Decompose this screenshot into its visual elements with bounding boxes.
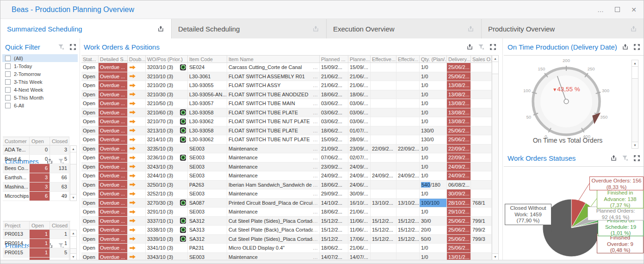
effective-end-cell[interactable]: 24/09/2... — [396, 171, 420, 180]
double-cell[interactable] — [128, 90, 146, 99]
status-cell[interactable]: Open — [81, 163, 99, 171]
delivery-date-cell[interactable]: 28/10/2... — [447, 199, 471, 207]
closed-cell[interactable]: 131 — [50, 164, 69, 173]
column-header[interactable]: Customer — [3, 137, 30, 145]
wo-pos-cell[interactable]: 3339/10 (3) — [146, 235, 188, 244]
qty-cell[interactable]: 100/100 — [420, 199, 447, 207]
qty-cell[interactable]: 130/0 — [420, 126, 447, 135]
qty-cell[interactable]: 1/0 — [420, 163, 447, 171]
delivery-date-cell[interactable]: 22/09/2... — [447, 153, 471, 162]
table-row[interactable]: PR001515 — [3, 248, 70, 258]
double-cell[interactable] — [128, 153, 146, 162]
wo-pos-cell[interactable]: 3210/30 (3) — [146, 90, 188, 99]
planned-end-cell[interactable]: 11/06/... — [348, 217, 371, 226]
status-cell[interactable]: Open — [81, 199, 99, 207]
item-code-cell[interactable]: SA087 — [188, 199, 227, 207]
planned-end-cell[interactable]: 03/06/... — [348, 108, 371, 117]
table-row[interactable]: Band & ...05 — [3, 155, 69, 164]
qty-cell[interactable]: 1/0 — [420, 108, 447, 117]
column-header[interactable]: Qty. (Plan/... — [420, 56, 447, 63]
effective-end-cell[interactable] — [396, 90, 420, 99]
planned-end-cell[interactable]: 28/09/... — [348, 135, 371, 144]
status-cell[interactable]: Open — [81, 108, 99, 117]
item-name-cell[interactable]: Maintenance… — [227, 153, 320, 162]
column-header[interactable]: Open — [30, 137, 50, 145]
scroll-up-button[interactable]: ▲ — [70, 146, 76, 152]
status-cell[interactable]: Open — [81, 217, 99, 226]
scroll-thumb[interactable] — [70, 237, 76, 249]
item-code-cell[interactable]: SE003 — [188, 171, 227, 180]
item-code-cell[interactable]: SA313 — [188, 226, 227, 234]
open-cell[interactable]: 3 — [30, 182, 50, 191]
table-row[interactable]: PR001411 — [3, 239, 70, 248]
planned-end-cell[interactable]: 21/06/... — [348, 81, 371, 90]
double-cell[interactable] — [128, 244, 146, 252]
detailed-status-cell[interactable]: Overdue ... — [99, 235, 128, 244]
effective-start-cell[interactable]: 15/12/2... — [371, 235, 396, 244]
delivery-date-cell[interactable]: 13/08/2... — [447, 108, 471, 117]
item-name-cell[interactable]: Maintenance… — [227, 189, 320, 198]
status-cell[interactable]: Open — [81, 99, 99, 108]
planned-end-cell[interactable]: 18/06/... — [348, 90, 371, 99]
planned-start-cell[interactable]: 18/06/2... — [320, 181, 348, 189]
status-cell[interactable]: Open — [81, 63, 99, 72]
status-cell[interactable]: Open — [81, 117, 99, 126]
planned-start-cell[interactable]: 29/09/2... — [320, 189, 348, 198]
item-code-cell[interactable]: L30-93057 — [188, 99, 227, 108]
column-header[interactable]: Open — [30, 221, 50, 229]
delivery-date-cell[interactable]: 25/06/2... — [447, 63, 471, 72]
export-icon[interactable] — [467, 25, 475, 33]
wo-pos-cell[interactable]: 3235/10 (3) — [146, 145, 188, 153]
work-order-row[interactable]: OpenOverdue ...3243/10 (3)SE003Maintenan… — [81, 163, 492, 172]
delivery-date-cell[interactable]: 30/09/2... — [447, 189, 471, 198]
qty-cell[interactable]: 1/0 — [420, 72, 447, 81]
qty-cell[interactable]: 1/0 — [420, 153, 447, 162]
planned-end-cell[interactable]: 15/09/... — [348, 63, 371, 72]
more-button[interactable]: … — [595, 6, 606, 13]
qty-cell[interactable]: 1/0 — [420, 253, 447, 261]
delivery-date-cell[interactable]: 24/09/2... — [447, 171, 471, 180]
effective-start-cell[interactable]: 15/12/2... — [371, 226, 396, 234]
effective-start-cell[interactable] — [371, 63, 396, 72]
effective-start-cell[interactable] — [371, 163, 396, 171]
status-cell[interactable]: Open — [81, 235, 99, 244]
effective-start-cell[interactable] — [371, 135, 396, 144]
item-code-cell[interactable]: L30-93062 — [188, 117, 227, 126]
delivery-date-cell[interactable]: 25/06/2... — [447, 217, 471, 226]
qty-cell[interactable]: 1/0 — [420, 117, 447, 126]
checkbox[interactable] — [5, 103, 11, 108]
qty-cell[interactable]: 1/0 — [420, 90, 447, 99]
planned-start-cell[interactable]: 21/09/2... — [320, 145, 348, 153]
column-header[interactable]: Stat... — [81, 56, 99, 63]
scroll-down-button[interactable]: ▼ — [70, 253, 76, 260]
scroll-down-button[interactable]: ▼ — [492, 253, 498, 260]
sales-order-cell[interactable] — [471, 145, 492, 153]
planned-end-cell[interactable]: 01/07/... — [348, 126, 371, 135]
checkbox[interactable] — [5, 87, 11, 93]
effective-start-cell[interactable] — [371, 153, 396, 162]
item-name-cell[interactable]: Cut Steel Plate (Back)_Placa Cortada de … — [227, 226, 320, 234]
wo-pos-cell[interactable]: 3210/70 (3) — [146, 117, 188, 126]
double-cell[interactable] — [128, 235, 146, 244]
work-orders-scrollbar[interactable]: ▲▼ — [492, 55, 499, 260]
sales-order-cell[interactable] — [471, 253, 492, 261]
name-cell[interactable]: PR0013 — [3, 230, 30, 239]
open-cell[interactable]: 6 — [30, 192, 50, 201]
work-order-row[interactable]: OpenOverdue ...3343/10 (3)SE003Maintenan… — [81, 253, 492, 261]
status-cell[interactable]: Open — [81, 135, 99, 144]
delivery-date-cell[interactable]: 25/06/2... — [447, 72, 471, 81]
item-code-cell[interactable]: L30-93055 — [188, 81, 227, 90]
effective-end-cell[interactable] — [396, 135, 420, 144]
work-order-row[interactable]: OpenOverdue ...3337/10 (1)SA312Cut Steel… — [81, 217, 492, 226]
detailed-status-cell[interactable]: Overdue ... — [99, 244, 128, 252]
work-order-row[interactable]: OpenOverdue ...3250/10 (3)PA263Iberian H… — [81, 181, 492, 190]
item-code-cell[interactable]: SA312 — [188, 235, 227, 244]
open-cell[interactable]: 6 — [30, 164, 50, 173]
planned-start-cell[interactable]: 18/06/2... — [320, 126, 348, 135]
item-name-cell[interactable]: FLOAT SWITCH ASSEMBLY R01… — [227, 72, 320, 81]
effective-end-cell[interactable] — [396, 153, 420, 162]
table-row[interactable]: Bees Co...6131 — [3, 164, 69, 173]
item-code-cell[interactable]: SE003 — [188, 253, 227, 261]
item-name-cell[interactable]: Maintenance… — [227, 207, 320, 216]
detailed-status-cell[interactable]: Overdue ... — [99, 153, 128, 162]
